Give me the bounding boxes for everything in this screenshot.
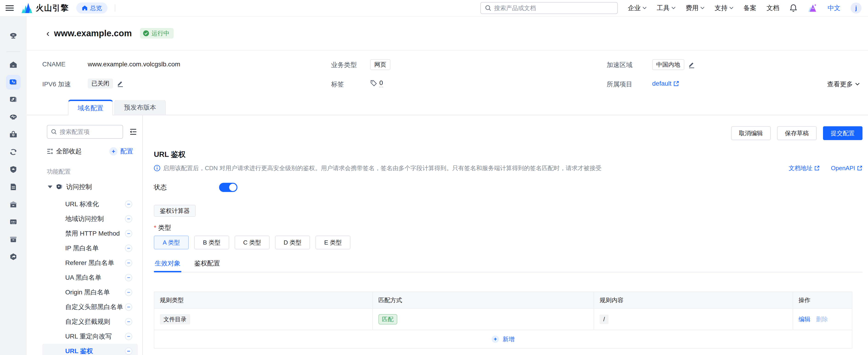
overview-home-icon[interactable] bbox=[6, 57, 21, 72]
share-service-icon[interactable] bbox=[6, 249, 21, 264]
edge-service-icon[interactable] bbox=[6, 92, 21, 107]
nav-item-url-redirect[interactable]: URL 重定向改写− bbox=[42, 329, 138, 344]
minus-icon[interactable]: − bbox=[125, 348, 132, 355]
shield-protect-icon[interactable] bbox=[6, 162, 21, 177]
edit-rule-link[interactable]: 编辑 bbox=[799, 316, 811, 323]
external-link-icon bbox=[673, 80, 679, 87]
type-a-button[interactable]: A 类型 bbox=[154, 235, 189, 249]
subtab-effective-objects[interactable]: 生效对象 bbox=[154, 259, 181, 272]
actions-row: 取消编辑 保存草稿 提交配置 bbox=[154, 126, 863, 140]
sidebar-divider bbox=[6, 52, 20, 52]
security-case-icon[interactable] bbox=[6, 127, 21, 142]
storage-home-icon[interactable] bbox=[6, 197, 21, 212]
menu-icp[interactable]: 备案 bbox=[744, 4, 756, 12]
external-link-icon bbox=[857, 165, 863, 171]
minus-icon[interactable]: − bbox=[125, 200, 132, 208]
page-header: ‹ www.example.com 运行中 bbox=[27, 17, 868, 51]
hamburger-icon[interactable] bbox=[5, 5, 14, 11]
subtab-auth-config[interactable]: 鉴权配置 bbox=[193, 259, 221, 272]
collapse-all-button[interactable]: 全部收起 bbox=[47, 147, 82, 156]
minus-icon[interactable]: − bbox=[125, 303, 132, 311]
product-search[interactable] bbox=[480, 2, 618, 14]
config-search-input[interactable] bbox=[60, 128, 119, 135]
type-e-button[interactable]: E 类型 bbox=[315, 235, 350, 249]
menu-enterprise[interactable]: 企业 bbox=[628, 4, 647, 12]
console-icon[interactable] bbox=[6, 29, 21, 43]
type-c-button[interactable]: C 类型 bbox=[235, 235, 270, 249]
monitor-icon[interactable] bbox=[6, 110, 21, 125]
project-link[interactable]: default bbox=[652, 80, 679, 87]
minus-icon[interactable]: − bbox=[125, 333, 132, 340]
assistant-icon[interactable] bbox=[807, 3, 817, 12]
nav-item-url-auth[interactable]: URL 鉴权− bbox=[42, 344, 138, 355]
back-button[interactable]: ‹ bbox=[46, 29, 50, 38]
nav-item-ua-list[interactable]: UA 黑白名单− bbox=[42, 270, 138, 285]
menu-support[interactable]: 支持 bbox=[715, 4, 734, 12]
menu-docs[interactable]: 文档 bbox=[767, 4, 779, 12]
minus-icon[interactable]: − bbox=[125, 289, 132, 296]
cname-label: CNAME bbox=[42, 61, 65, 68]
bell-icon[interactable] bbox=[789, 4, 797, 12]
type-b-button[interactable]: B 类型 bbox=[194, 235, 229, 249]
chevron-down-icon bbox=[729, 7, 734, 9]
nav-item-geo-access[interactable]: 地域访问控制− bbox=[42, 212, 138, 226]
tab-prerelease[interactable]: 预发布版本 bbox=[114, 100, 166, 115]
type-label-row: * 类型 bbox=[154, 224, 863, 232]
doc-link[interactable]: 文档地址 bbox=[788, 164, 820, 172]
openapi-link[interactable]: OpenAPI bbox=[831, 164, 863, 172]
minus-icon[interactable]: − bbox=[125, 259, 132, 267]
menu-billing[interactable]: 费用 bbox=[686, 4, 705, 12]
nav-item-referer-list[interactable]: Referer 黑白名单− bbox=[42, 256, 138, 270]
overview-button[interactable]: 总览 bbox=[76, 2, 107, 13]
refresh-purge-icon[interactable] bbox=[6, 145, 21, 159]
edit-ipv6-icon[interactable] bbox=[117, 80, 124, 87]
delete-rule-link[interactable]: 删除 bbox=[816, 316, 828, 323]
collapse-all-icon bbox=[47, 148, 53, 155]
status-toggle[interactable] bbox=[219, 183, 238, 192]
minus-icon[interactable]: − bbox=[125, 274, 132, 281]
minus-icon[interactable]: − bbox=[125, 245, 132, 252]
menu-tools[interactable]: 工具 bbox=[657, 4, 676, 12]
minus-icon[interactable]: − bbox=[125, 318, 132, 325]
config-search[interactable] bbox=[47, 125, 123, 139]
auth-calculator-button[interactable]: 鉴权计算器 bbox=[154, 205, 196, 217]
brand-name: 火山引擎 bbox=[36, 3, 69, 13]
nav-item-origin-list[interactable]: Origin 黑白名单− bbox=[42, 285, 138, 300]
search-input[interactable] bbox=[494, 5, 613, 12]
cancel-edit-button[interactable]: 取消编辑 bbox=[731, 126, 771, 140]
topbar-divider bbox=[115, 4, 115, 12]
minus-icon[interactable]: − bbox=[125, 230, 132, 237]
brand-logo[interactable]: 火山引擎 bbox=[21, 3, 69, 13]
cdn-icon[interactable] bbox=[6, 75, 21, 90]
panel-collapse-icon[interactable] bbox=[129, 129, 137, 135]
avatar[interactable]: j bbox=[850, 2, 862, 13]
home-icon bbox=[82, 5, 88, 11]
table-row: 文件目录 匹配 / 编辑删除 bbox=[154, 309, 852, 330]
tag-count[interactable]: 0 bbox=[379, 79, 383, 87]
section-access-control[interactable]: 访问控制 bbox=[48, 183, 143, 191]
page: ‹ www.example.com 运行中 CNAME www.example.… bbox=[27, 17, 868, 355]
add-config-button[interactable]: + 配置 bbox=[109, 147, 133, 156]
archive-box-icon[interactable] bbox=[6, 232, 21, 247]
submit-config-button[interactable]: 提交配置 bbox=[823, 126, 863, 140]
chevron-down-icon bbox=[643, 7, 647, 9]
nav-item-custom-block-rule[interactable]: 自定义拦截规则− bbox=[42, 314, 138, 329]
logs-file-icon[interactable] bbox=[6, 180, 21, 194]
tab-domain-config[interactable]: 域名配置 bbox=[68, 100, 113, 115]
nav-item-custom-header-list[interactable]: 自定义头部黑白名单− bbox=[42, 300, 138, 314]
view-more-button[interactable]: 查看更多 bbox=[827, 80, 860, 89]
edit-region-icon[interactable] bbox=[688, 61, 695, 68]
nav-item-url-normalize[interactable]: URL 标准化− bbox=[42, 197, 138, 212]
rule-content-value: / bbox=[599, 315, 609, 324]
media-service-icon[interactable] bbox=[6, 215, 21, 229]
add-rule-button[interactable]: + 新增 bbox=[154, 335, 852, 343]
nav-item-ip-list[interactable]: IP 黑白名单− bbox=[42, 241, 138, 256]
minus-icon[interactable]: − bbox=[125, 215, 132, 223]
save-draft-button[interactable]: 保存草稿 bbox=[777, 126, 816, 140]
doc-links: 文档地址 OpenAPI bbox=[779, 164, 863, 172]
nav-item-http-method[interactable]: 禁用 HTTP Method− bbox=[42, 226, 138, 241]
language-switch[interactable]: 中文 bbox=[828, 4, 840, 12]
subtabs: 生效对象 鉴权配置 bbox=[154, 259, 863, 272]
type-d-button[interactable]: D 类型 bbox=[275, 235, 310, 249]
match-mode-tag: 匹配 bbox=[378, 314, 397, 324]
